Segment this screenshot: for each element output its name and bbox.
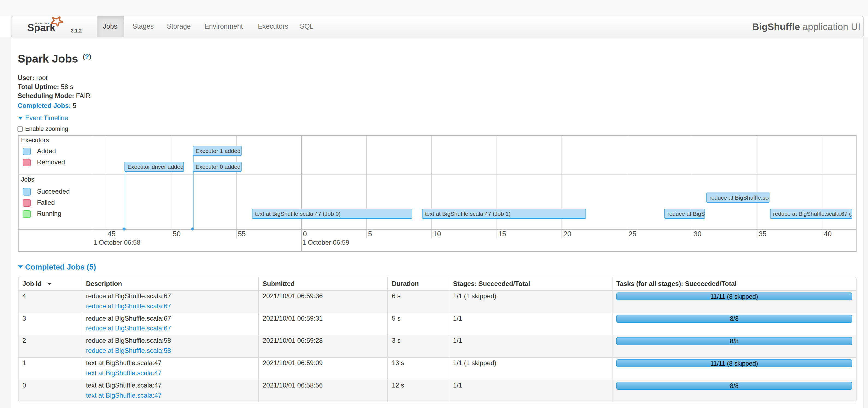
- svg-text:APACHE: APACHE: [35, 22, 51, 25]
